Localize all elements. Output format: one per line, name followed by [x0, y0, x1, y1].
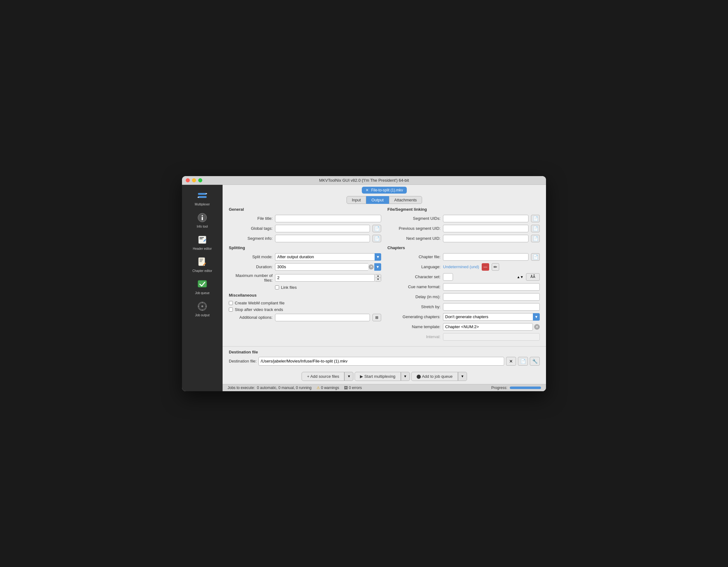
link-files-checkbox[interactable] — [275, 285, 279, 289]
chapters-title: Chapters — [387, 245, 540, 250]
split-mode-dropdown-btn[interactable]: ▼ — [375, 253, 381, 261]
add-queue-button[interactable]: ⬤ Add to job queue — [411, 372, 458, 381]
error-icon: 🖼 — [344, 386, 348, 390]
close-button[interactable] — [186, 178, 190, 182]
create-webm-checkbox[interactable] — [229, 301, 233, 305]
stretch-by-label: Stretch by: — [387, 304, 440, 309]
segment-uids-row: Segment UIDs: 📄 — [387, 215, 540, 222]
sidebar: Multiplexer Info tool — [182, 185, 223, 391]
duration-input[interactable] — [275, 263, 368, 271]
start-mux-group: ▶ Start multiplexing ▼ — [355, 372, 410, 381]
right-panel: File/Segment linking Segment UIDs: 📄 Pre… — [387, 204, 540, 343]
sidebar-item-info-tool[interactable]: Info tool — [185, 210, 219, 230]
delay-row: Delay (in ms): — [387, 293, 540, 301]
destination-clear-btn[interactable]: ✕ — [506, 357, 516, 366]
next-segment-uid-file-btn[interactable]: 📄 — [531, 235, 540, 242]
segment-uids-input[interactable] — [443, 215, 529, 222]
destination-row: Destination file: ✕ 📄 🔧 — [229, 357, 540, 366]
duration-label: Duration: — [229, 264, 273, 269]
stretch-by-input[interactable] — [443, 303, 540, 311]
sidebar-item-label-chapter-editor: Chapter editor — [192, 269, 212, 273]
language-edit-btn[interactable]: ✏ — [492, 263, 499, 271]
action-bar: + Add source files ▼ ▶ Start multiplexin… — [223, 369, 546, 384]
file-title-label: File title: — [229, 216, 273, 221]
prev-segment-uid-row: Previous segment UID: 📄 — [387, 225, 540, 232]
tab-input[interactable]: Input — [347, 196, 366, 204]
global-tags-file-btn[interactable]: 📄 — [372, 225, 381, 232]
split-mode-select[interactable]: No splitting After output duration After… — [275, 253, 375, 261]
delay-input[interactable] — [443, 293, 540, 301]
name-template-clear-btn[interactable]: ✕ — [534, 324, 540, 330]
additional-options-input[interactable] — [275, 314, 370, 321]
destination-input[interactable] — [258, 357, 504, 366]
segment-info-input[interactable] — [275, 235, 370, 242]
sidebar-item-header-editor[interactable]: Header editor — [185, 232, 219, 253]
additional-options-grid-btn[interactable]: ⊞ — [372, 314, 381, 321]
generating-chapters-dropdown-btn[interactable]: ▼ — [533, 313, 540, 321]
tab-attachments[interactable]: Attachments — [389, 196, 422, 204]
segment-info-label: Segment info: — [229, 236, 273, 241]
max-files-spin-up[interactable]: ▲ — [375, 274, 381, 278]
add-queue-arrow-btn[interactable]: ▼ — [458, 372, 467, 381]
maximize-button[interactable] — [198, 178, 202, 182]
split-mode-row: Split mode: No splitting After output du… — [229, 253, 381, 261]
minimize-button[interactable] — [192, 178, 196, 182]
destination-folder-btn[interactable]: 🔧 — [530, 357, 540, 366]
interval-input[interactable] — [443, 333, 540, 341]
character-set-select[interactable] — [443, 273, 453, 281]
tab-container: ✕ File-to-split (1).mkv Input Output Att… — [223, 185, 546, 204]
traffic-lights — [186, 178, 202, 182]
segment-uids-file-btn[interactable]: 📄 — [531, 215, 540, 222]
language-value[interactable]: Undetermined (und) — [443, 264, 479, 269]
start-mux-button[interactable]: ▶ Start multiplexing — [355, 372, 401, 381]
file-badge-x[interactable]: ✕ — [366, 188, 369, 192]
add-source-arrow-btn[interactable]: ▼ — [344, 372, 353, 381]
chapter-file-input[interactable] — [443, 253, 529, 261]
sidebar-item-multiplexer[interactable]: Multiplexer — [185, 187, 219, 208]
svg-rect-0 — [198, 193, 207, 195]
header-editor-icon — [196, 234, 209, 246]
chapter-file-btn[interactable]: 📄 — [531, 253, 540, 261]
max-files-spin-down[interactable]: ▼ — [375, 278, 381, 281]
interval-label: Interval: — [387, 334, 440, 339]
language-remove-btn[interactable]: — — [482, 263, 489, 271]
file-title-input[interactable] — [275, 215, 381, 222]
generating-chapters-label: Generating chapters: — [387, 314, 440, 319]
main-window: MKVToolNix GUI v82.0 ('I'm The President… — [182, 176, 546, 391]
errors-badge: 🖼 0 errors — [344, 386, 362, 390]
sidebar-item-job-output[interactable]: Job output — [185, 298, 219, 319]
max-files-input[interactable] — [275, 274, 375, 282]
file-badge[interactable]: ✕ File-to-split (1).mkv — [362, 187, 407, 194]
cue-name-format-input[interactable] — [443, 283, 540, 291]
progress-bar-container — [510, 387, 541, 389]
sidebar-item-chapter-editor[interactable]: Chapter editor — [185, 254, 219, 275]
prev-segment-uid-input[interactable] — [443, 225, 529, 232]
tab-output[interactable]: Output — [366, 196, 389, 204]
link-files-label: Link files — [281, 285, 297, 290]
global-tags-input[interactable] — [275, 225, 370, 232]
main-content: General File title: Global tags: 📄 Segme… — [223, 204, 546, 346]
character-set-row: Character set: ▲▼ ÃǠ — [387, 273, 540, 281]
destination-file-btn[interactable]: 📄 — [518, 357, 528, 366]
max-files-wrapper: ▲ ▼ — [275, 274, 381, 282]
name-template-input[interactable] — [443, 323, 533, 331]
stop-video-row: Stop after video track ends — [229, 307, 381, 312]
sidebar-item-job-queue[interactable]: Job queue — [185, 276, 219, 297]
stop-video-checkbox[interactable] — [229, 308, 233, 312]
segment-info-file-btn[interactable]: 📄 — [372, 235, 381, 242]
add-source-button[interactable]: + Add source files — [302, 372, 344, 381]
duration-dropdown-btn[interactable]: ▼ — [374, 263, 381, 271]
sidebar-item-label-info-tool: Info tool — [197, 225, 208, 229]
svg-rect-12 — [199, 260, 203, 261]
titlebar: MKVToolNix GUI v82.0 ('I'm The President… — [182, 176, 546, 185]
character-set-font-btn[interactable]: ÃǠ — [526, 273, 540, 281]
prev-segment-uid-file-btn[interactable]: 📄 — [531, 225, 540, 232]
jobs-text: Jobs to execute: 0 automatic, 0 manual, … — [228, 386, 312, 390]
language-label: Language: — [387, 264, 440, 269]
duration-clear-btn[interactable]: ✕ — [369, 264, 374, 269]
sidebar-item-label-multiplexer: Multiplexer — [195, 203, 210, 206]
start-mux-arrow-btn[interactable]: ▼ — [401, 372, 410, 381]
next-segment-uid-input[interactable] — [443, 235, 529, 242]
generating-chapters-select[interactable]: Don't generate chapters When appending F… — [443, 313, 533, 321]
create-webm-row: Create WebM compliant file — [229, 301, 381, 305]
